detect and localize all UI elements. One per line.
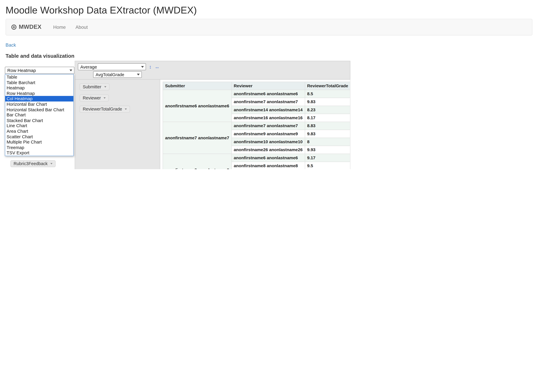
row-order-icon[interactable]: ↕ <box>149 64 151 69</box>
col-header-reviewertotalgrade: ReviewerTotalGrade <box>305 82 350 90</box>
table-row: anonfirstname6 anonlastname6anonfirstnam… <box>163 90 350 98</box>
renderer-option[interactable]: Multiple Pie Chart <box>5 140 73 145</box>
renderer-option[interactable]: Col Heatmap <box>5 96 73 102</box>
reviewer-total-grade-cell: 8.17 <box>305 114 350 122</box>
attribute-label: Rubric3Feedback <box>14 161 47 166</box>
renderer-option[interactable]: TSV Export <box>5 150 73 156</box>
reviewer-cell: anonfirstname26 anonlastname26 <box>232 146 305 154</box>
attribute-label: ReviewerTotalGrade <box>83 107 122 112</box>
mwdex-logo-icon <box>11 24 17 30</box>
renderer-option[interactable]: Table Barchart <box>5 80 73 85</box>
renderer-option[interactable]: Stacked Bar Chart <box>5 118 73 123</box>
reviewer-total-grade-cell: 9.83 <box>305 98 350 106</box>
reviewer-cell: anonfirstname6 anonlastname6 <box>232 154 305 162</box>
renderer-option[interactable]: Treemap <box>5 145 73 150</box>
reviewer-total-grade-cell: 9.5 <box>305 162 350 169</box>
renderer-option[interactable]: Line Chart <box>5 123 73 129</box>
panel1-aggregator-strip: Average ↕ ↔ AvgTotalGrade <box>75 61 350 80</box>
reviewer-cell: anonfirstname6 anonlastname6 <box>232 90 305 98</box>
renderer-option[interactable]: Row Heatmap <box>5 91 73 96</box>
attribute-reviewer[interactable]: Reviewer <box>80 94 109 101</box>
renderer-option[interactable]: Horizontal Bar Chart <box>5 102 73 107</box>
panel1-output: SubmitterReviewerReviewerTotalGradeTotal… <box>160 80 350 169</box>
reviewer-cell: anonfirstname16 anonlastname16 <box>232 114 305 122</box>
page-title: Moodle Workshop Data EXtractor (MWDEX) <box>5 5 538 16</box>
dropdown-caret-icon[interactable] <box>125 108 127 110</box>
col-header-submitter: Submitter <box>163 82 232 90</box>
renderer-select-1[interactable]: Row Heatmap <box>5 67 74 74</box>
reviewer-total-grade-cell: 8.5 <box>305 90 350 98</box>
col-order-icon[interactable]: ↔ <box>155 64 159 69</box>
attribute-label: Reviewer <box>83 96 101 100</box>
panel1-left-column: Row Heatmap TableTable BarchartHeatmapRo… <box>5 61 75 169</box>
table-row: anonfirstname7 anonlastname7anonfirstnam… <box>163 122 350 130</box>
pivot-heatmap-table: SubmitterReviewerReviewerTotalGradeTotal… <box>163 82 350 169</box>
renderer-option[interactable]: Horizontal Stacked Bar Chart <box>5 107 73 112</box>
submitter-cell: anonfirstname7 anonlastname7 <box>163 122 232 154</box>
aggregator-value: Average <box>80 64 97 70</box>
panel1-body: SubmitterReviewerReviewerTotalGrade Subm… <box>75 80 350 169</box>
select-caret-icon <box>137 74 140 75</box>
pivot-panel-1: Row Heatmap TableTable BarchartHeatmapRo… <box>5 61 538 169</box>
submitter-cell: anonfirstname6 anonlastname6 <box>163 90 232 122</box>
reviewer-cell: anonfirstname7 anonlastname7 <box>232 122 305 130</box>
table-row: anonfirstname8 anonlastname8anonfirstnam… <box>163 154 350 162</box>
reviewer-total-grade-cell: 9.83 <box>305 130 350 138</box>
navbar: MWDEX Home About <box>5 19 533 35</box>
reviewer-cell: anonfirstname9 anonlastname9 <box>232 130 305 138</box>
select-caret-icon <box>70 70 72 71</box>
renderer-select-value: Row Heatmap <box>7 68 36 73</box>
dropdown-caret-icon[interactable] <box>50 163 52 164</box>
attribute-rubric3feedback[interactable]: Rubric3Feedback <box>10 160 56 167</box>
attribute-label: Submitter <box>83 84 101 89</box>
back-link[interactable]: Back <box>5 42 16 48</box>
reviewer-cell: anonfirstname8 anonlastname8 <box>232 162 305 169</box>
dropdown-caret-icon[interactable] <box>104 86 106 88</box>
submitter-cell: anonfirstname8 anonlastname8 <box>163 154 232 169</box>
section-title: Table and data visualization <box>5 53 538 59</box>
aggregator-attribute-value: AvgTotalGrade <box>96 72 124 77</box>
aggregator-attribute-select-1[interactable]: AvgTotalGrade <box>93 71 142 78</box>
reviewer-total-grade-cell: 8.23 <box>305 106 350 114</box>
select-caret-icon <box>141 66 144 68</box>
reviewer-total-grade-cell: 9.17 <box>305 154 350 162</box>
reviewer-cell: anonfirstname14 anonlastname14 <box>232 106 305 114</box>
renderer-option[interactable]: Scatter Chart <box>5 134 73 140</box>
attribute-submitter[interactable]: Submitter <box>80 83 109 90</box>
reviewer-total-grade-cell: 8 <box>305 138 350 146</box>
page: Moodle Workshop Data EXtractor (MWDEX) M… <box>0 0 538 169</box>
brand-label: MWDEX <box>19 24 41 31</box>
brand[interactable]: MWDEX <box>11 24 41 31</box>
panel1-main: Average ↕ ↔ AvgTotalGrade SubmitterRevie… <box>75 61 350 169</box>
reviewer-cell: anonfirstname7 anonlastname7 <box>232 98 305 106</box>
reviewer-total-grade-cell: 8.83 <box>305 122 350 130</box>
renderer-option[interactable]: Heatmap <box>5 85 73 91</box>
panel1-unused-attributes: Rubric3FeedbackSelfAssessment <box>5 156 75 169</box>
reviewer-cell: anonfirstname10 anonlastname10 <box>232 138 305 146</box>
renderer-option[interactable]: Bar Chart <box>5 112 73 118</box>
renderer-option[interactable]: Table <box>5 74 73 80</box>
renderer-option[interactable]: Area Chart <box>5 129 73 134</box>
nav-about[interactable]: About <box>75 24 88 30</box>
renderer-dropdown-list: TableTable BarchartHeatmapRow HeatmapCol… <box>5 74 74 156</box>
reviewer-total-grade-cell: 9.93 <box>305 146 350 154</box>
dropdown-caret-icon[interactable] <box>104 97 106 99</box>
attribute-reviewertotalgrade[interactable]: ReviewerTotalGrade <box>80 106 130 113</box>
col-header-reviewer: Reviewer <box>232 82 305 90</box>
panel1-row-attributes: SubmitterReviewerReviewerTotalGrade <box>75 80 160 169</box>
aggregator-select-1[interactable]: Average <box>78 63 146 70</box>
nav-home[interactable]: Home <box>53 24 66 30</box>
